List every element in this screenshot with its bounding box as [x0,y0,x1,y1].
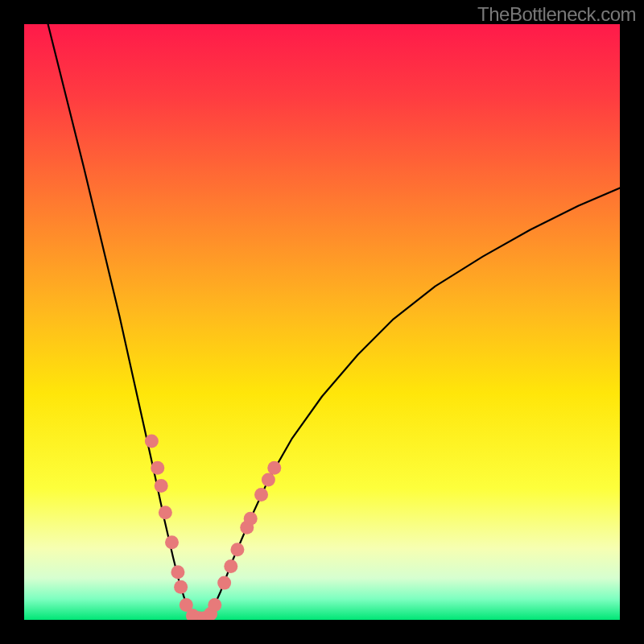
plot-area [24,24,620,620]
watermark-text: TheBottleneck.com [477,3,636,26]
chart-canvas [24,24,620,620]
chart-container: TheBottleneck.com [0,0,644,644]
